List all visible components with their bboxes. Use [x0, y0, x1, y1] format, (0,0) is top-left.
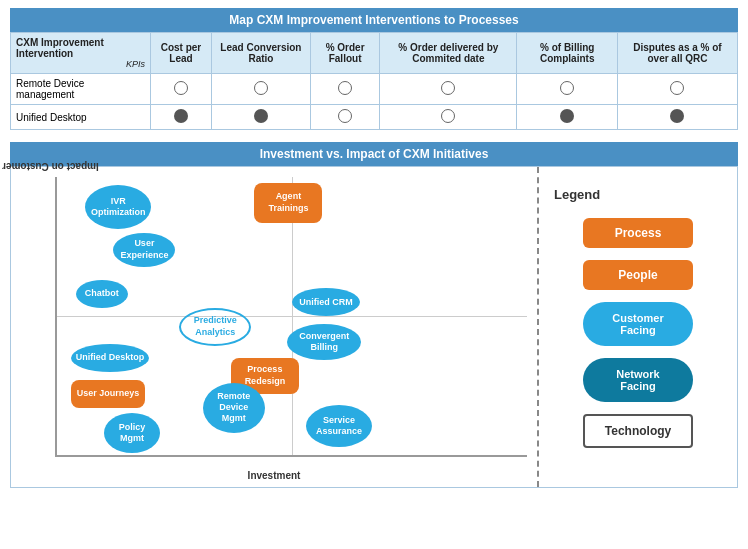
node-agent[interactable]: AgentTrainings — [254, 183, 322, 223]
node-policy-mgmt[interactable]: PolicyMgmt — [104, 413, 160, 453]
quadrant-container: IVROptimizationAgentTrainingsUserExperie… — [55, 177, 527, 457]
chart-legend-container: Impact on Customer Experience IVROptimiz… — [10, 166, 738, 488]
legend-area: Legend ProcessPeopleCustomerFacingNetwor… — [537, 167, 737, 487]
legend-item-technology: Technology — [583, 414, 693, 448]
cell-1-1 — [211, 105, 310, 130]
cell-1-3 — [380, 105, 517, 130]
cell-0-4 — [517, 74, 618, 105]
cell-0-0 — [151, 74, 212, 105]
row-label: Unified Desktop — [11, 105, 151, 130]
cell-1-0 — [151, 105, 212, 130]
legend-item-customer-facing: CustomerFacing — [583, 302, 693, 346]
y-axis-label: Impact on Customer Experience — [0, 158, 167, 176]
x-axis-label: Investment — [248, 470, 301, 481]
node-convergent[interactable]: ConvergentBilling — [287, 324, 361, 360]
col-header-0: Cost per Lead — [151, 33, 212, 74]
col-header-5: Disputes as a % of over all QRC — [617, 33, 737, 74]
cell-1-4 — [517, 105, 618, 130]
table-section: Map CXM Improvement Interventions to Pro… — [0, 0, 748, 138]
node-service-assurance[interactable]: ServiceAssurance — [306, 405, 372, 447]
row-label: Remote Device management — [11, 74, 151, 105]
cell-0-1 — [211, 74, 310, 105]
node-user-journeys[interactable]: User Journeys — [71, 380, 145, 408]
corner-header: CXM Improvement Intervention KPIs — [11, 33, 151, 74]
node-ivr[interactable]: IVROptimization — [85, 185, 151, 229]
cell-1-2 — [310, 105, 379, 130]
kpis-label: KPIs — [126, 59, 145, 69]
cell-0-2 — [310, 74, 379, 105]
table-row: Unified Desktop — [11, 105, 738, 130]
cell-0-5 — [617, 74, 737, 105]
legend-item-people: People — [583, 260, 693, 290]
node-chatbot[interactable]: Chatbot — [76, 280, 128, 308]
legend-item-process: Process — [583, 218, 693, 248]
col-header-3: % Order delivered by Commited date — [380, 33, 517, 74]
chart-area: Impact on Customer Experience IVROptimiz… — [11, 167, 537, 487]
col-header-2: % Order Fallout — [310, 33, 379, 74]
cell-0-3 — [380, 74, 517, 105]
quadrant-h-line — [57, 316, 527, 317]
legend-item-network-facing: NetworkFacing — [583, 358, 693, 402]
col-header-4: % of Billing Complaints — [517, 33, 618, 74]
kpi-table: CXM Improvement Intervention KPIs Cost p… — [10, 32, 738, 130]
cell-1-5 — [617, 105, 737, 130]
node-unified-desktop[interactable]: Unified Desktop — [71, 344, 149, 372]
col-header-1: Lead Conversion Ratio — [211, 33, 310, 74]
table-row: Remote Device management — [11, 74, 738, 105]
node-user-exp[interactable]: UserExperience — [113, 233, 175, 267]
node-pred-analytics[interactable]: PredictiveAnalytics — [179, 308, 251, 346]
legend-title: Legend — [554, 187, 600, 202]
node-unified-crm[interactable]: Unified CRM — [292, 288, 360, 316]
intervention-label: CXM Improvement Intervention — [16, 37, 104, 59]
node-remote-device[interactable]: RemoteDeviceMgmt — [203, 383, 265, 433]
table-title: Map CXM Improvement Interventions to Pro… — [10, 8, 738, 32]
chart-section: Investment vs. Impact of CXM Initiatives… — [0, 138, 748, 496]
